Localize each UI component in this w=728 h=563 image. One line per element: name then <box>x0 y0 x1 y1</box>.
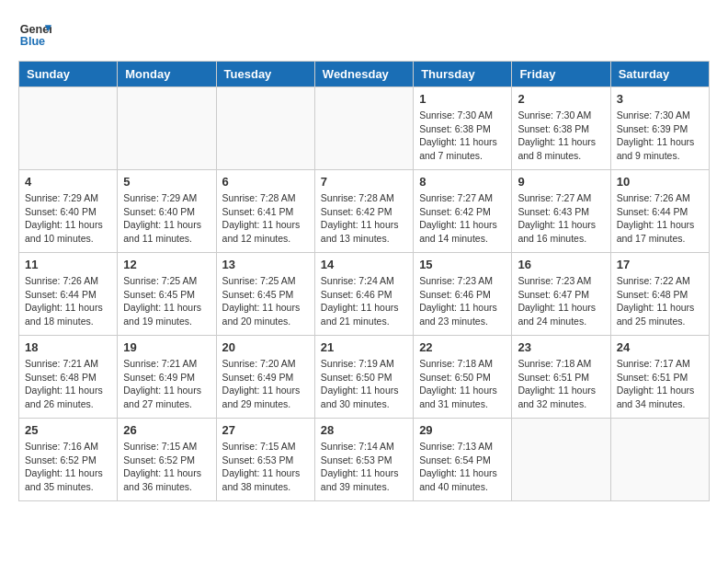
day-info: Sunrise: 7:26 AM Sunset: 6:44 PM Dayligh… <box>617 191 703 246</box>
calendar-cell: 26Sunrise: 7:15 AM Sunset: 6:52 PM Dayli… <box>118 419 216 501</box>
day-info: Sunrise: 7:30 AM Sunset: 6:39 PM Dayligh… <box>617 109 703 163</box>
calendar-cell: 18Sunrise: 7:21 AM Sunset: 6:48 PM Dayli… <box>19 336 118 419</box>
calendar-table: SundayMondayTuesdayWednesdayThursdayFrid… <box>18 61 710 501</box>
calendar-cell: 5Sunrise: 7:29 AM Sunset: 6:40 PM Daylig… <box>118 170 216 253</box>
calendar-cell <box>118 87 216 170</box>
day-number: 12 <box>123 258 210 271</box>
calendar-cell: 25Sunrise: 7:16 AM Sunset: 6:52 PM Dayli… <box>19 419 118 501</box>
calendar-cell: 20Sunrise: 7:20 AM Sunset: 6:49 PM Dayli… <box>216 336 314 419</box>
day-info: Sunrise: 7:25 AM Sunset: 6:45 PM Dayligh… <box>123 274 210 328</box>
logo-icon: General Blue <box>18 18 51 52</box>
calendar-cell <box>610 419 709 501</box>
calendar-cell: 9Sunrise: 7:27 AM Sunset: 6:43 PM Daylig… <box>512 170 610 253</box>
day-info: Sunrise: 7:27 AM Sunset: 6:42 PM Dayligh… <box>419 191 506 246</box>
day-number: 13 <box>222 258 309 271</box>
calendar-cell: 2Sunrise: 7:30 AM Sunset: 6:38 PM Daylig… <box>512 87 610 170</box>
day-number: 7 <box>321 175 407 189</box>
svg-text:Blue: Blue <box>20 35 45 48</box>
day-info: Sunrise: 7:20 AM Sunset: 6:49 PM Dayligh… <box>222 357 309 411</box>
day-number: 21 <box>321 340 407 354</box>
day-number: 19 <box>123 340 210 354</box>
day-number: 8 <box>419 175 506 189</box>
day-number: 16 <box>518 258 604 271</box>
calendar-cell: 15Sunrise: 7:23 AM Sunset: 6:46 PM Dayli… <box>414 253 512 336</box>
calendar-cell: 4Sunrise: 7:29 AM Sunset: 6:40 PM Daylig… <box>19 170 118 253</box>
day-info: Sunrise: 7:15 AM Sunset: 6:52 PM Dayligh… <box>123 440 210 494</box>
day-info: Sunrise: 7:26 AM Sunset: 6:44 PM Dayligh… <box>25 274 111 328</box>
calendar-row: 18Sunrise: 7:21 AM Sunset: 6:48 PM Dayli… <box>19 336 710 419</box>
weekday-header-cell: Saturday <box>610 62 709 87</box>
calendar-cell <box>216 87 314 170</box>
calendar-cell: 12Sunrise: 7:25 AM Sunset: 6:45 PM Dayli… <box>118 253 216 336</box>
header: General Blue <box>18 18 710 52</box>
calendar-cell: 17Sunrise: 7:22 AM Sunset: 6:48 PM Dayli… <box>610 253 709 336</box>
day-number: 25 <box>25 423 111 437</box>
day-number: 11 <box>25 258 111 271</box>
day-number: 23 <box>518 340 604 354</box>
day-number: 29 <box>419 423 506 437</box>
day-number: 27 <box>222 423 309 437</box>
calendar-cell: 11Sunrise: 7:26 AM Sunset: 6:44 PM Dayli… <box>19 253 118 336</box>
day-number: 22 <box>419 340 506 354</box>
calendar-cell: 29Sunrise: 7:13 AM Sunset: 6:54 PM Dayli… <box>414 419 512 501</box>
calendar-cell: 16Sunrise: 7:23 AM Sunset: 6:47 PM Dayli… <box>512 253 610 336</box>
day-number: 17 <box>617 258 703 271</box>
calendar-cell: 7Sunrise: 7:28 AM Sunset: 6:42 PM Daylig… <box>314 170 413 253</box>
day-number: 1 <box>419 92 506 106</box>
weekday-header-cell: Thursday <box>414 62 512 87</box>
day-number: 28 <box>321 423 407 437</box>
calendar-cell: 22Sunrise: 7:18 AM Sunset: 6:50 PM Dayli… <box>414 336 512 419</box>
day-number: 9 <box>518 175 604 189</box>
calendar-row: 11Sunrise: 7:26 AM Sunset: 6:44 PM Dayli… <box>19 253 710 336</box>
day-info: Sunrise: 7:29 AM Sunset: 6:40 PM Dayligh… <box>123 191 210 246</box>
day-number: 18 <box>25 340 111 354</box>
weekday-header-cell: Monday <box>118 62 216 87</box>
day-info: Sunrise: 7:30 AM Sunset: 6:38 PM Dayligh… <box>518 109 604 163</box>
calendar-cell: 23Sunrise: 7:18 AM Sunset: 6:51 PM Dayli… <box>512 336 610 419</box>
calendar-cell: 28Sunrise: 7:14 AM Sunset: 6:53 PM Dayli… <box>314 419 413 501</box>
day-info: Sunrise: 7:21 AM Sunset: 6:48 PM Dayligh… <box>25 357 111 411</box>
day-info: Sunrise: 7:23 AM Sunset: 6:46 PM Dayligh… <box>419 274 506 328</box>
weekday-header-cell: Sunday <box>19 62 118 87</box>
day-info: Sunrise: 7:19 AM Sunset: 6:50 PM Dayligh… <box>321 357 407 411</box>
day-info: Sunrise: 7:13 AM Sunset: 6:54 PM Dayligh… <box>419 440 506 494</box>
logo: General Blue <box>18 18 51 52</box>
day-number: 24 <box>617 340 703 354</box>
calendar-cell: 21Sunrise: 7:19 AM Sunset: 6:50 PM Dayli… <box>314 336 413 419</box>
day-number: 5 <box>123 175 210 189</box>
calendar-cell: 10Sunrise: 7:26 AM Sunset: 6:44 PM Dayli… <box>610 170 709 253</box>
calendar-cell <box>19 87 118 170</box>
calendar-cell: 27Sunrise: 7:15 AM Sunset: 6:53 PM Dayli… <box>216 419 314 501</box>
day-info: Sunrise: 7:23 AM Sunset: 6:47 PM Dayligh… <box>518 274 604 328</box>
day-info: Sunrise: 7:28 AM Sunset: 6:42 PM Dayligh… <box>321 191 407 246</box>
day-number: 2 <box>518 92 604 106</box>
day-info: Sunrise: 7:21 AM Sunset: 6:49 PM Dayligh… <box>123 357 210 411</box>
calendar-cell <box>512 419 610 501</box>
day-info: Sunrise: 7:14 AM Sunset: 6:53 PM Dayligh… <box>321 440 407 494</box>
calendar-cell: 14Sunrise: 7:24 AM Sunset: 6:46 PM Dayli… <box>314 253 413 336</box>
weekday-header-cell: Wednesday <box>314 62 413 87</box>
day-info: Sunrise: 7:28 AM Sunset: 6:41 PM Dayligh… <box>222 191 309 246</box>
calendar-row: 25Sunrise: 7:16 AM Sunset: 6:52 PM Dayli… <box>19 419 710 501</box>
day-info: Sunrise: 7:17 AM Sunset: 6:51 PM Dayligh… <box>617 357 703 411</box>
calendar-row: 1Sunrise: 7:30 AM Sunset: 6:38 PM Daylig… <box>19 87 710 170</box>
calendar-cell: 24Sunrise: 7:17 AM Sunset: 6:51 PM Dayli… <box>610 336 709 419</box>
calendar-cell: 13Sunrise: 7:25 AM Sunset: 6:45 PM Dayli… <box>216 253 314 336</box>
day-number: 10 <box>617 175 703 189</box>
calendar-cell: 3Sunrise: 7:30 AM Sunset: 6:39 PM Daylig… <box>610 87 709 170</box>
day-info: Sunrise: 7:25 AM Sunset: 6:45 PM Dayligh… <box>222 274 309 328</box>
weekday-header-cell: Friday <box>512 62 610 87</box>
calendar-cell: 8Sunrise: 7:27 AM Sunset: 6:42 PM Daylig… <box>414 170 512 253</box>
day-info: Sunrise: 7:30 AM Sunset: 6:38 PM Dayligh… <box>419 109 506 163</box>
calendar-cell: 1Sunrise: 7:30 AM Sunset: 6:38 PM Daylig… <box>414 87 512 170</box>
day-info: Sunrise: 7:15 AM Sunset: 6:53 PM Dayligh… <box>222 440 309 494</box>
calendar-cell <box>314 87 413 170</box>
calendar-row: 4Sunrise: 7:29 AM Sunset: 6:40 PM Daylig… <box>19 170 710 253</box>
day-info: Sunrise: 7:18 AM Sunset: 6:50 PM Dayligh… <box>419 357 506 411</box>
day-info: Sunrise: 7:29 AM Sunset: 6:40 PM Dayligh… <box>25 191 111 246</box>
calendar-cell: 19Sunrise: 7:21 AM Sunset: 6:49 PM Dayli… <box>118 336 216 419</box>
day-info: Sunrise: 7:27 AM Sunset: 6:43 PM Dayligh… <box>518 191 604 246</box>
day-number: 4 <box>25 175 111 189</box>
day-number: 20 <box>222 340 309 354</box>
day-number: 15 <box>419 258 506 271</box>
